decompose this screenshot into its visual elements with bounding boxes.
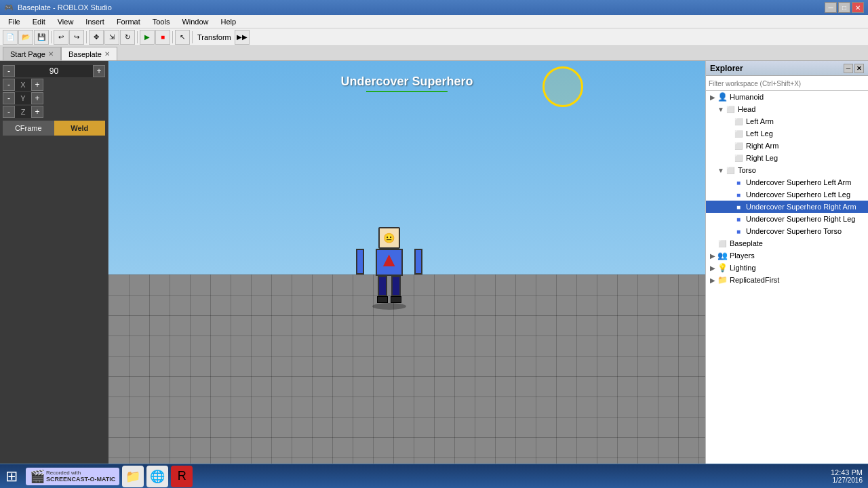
tree-right-arm-icon: ⬜: [733, 140, 744, 151]
menu-file[interactable]: File: [3, 16, 26, 27]
menu-edit[interactable]: Edit: [27, 16, 51, 27]
explorer-search-input[interactable]: [709, 77, 865, 89]
coord-main-plus[interactable]: +: [93, 65, 105, 77]
coord-z-minus[interactable]: -: [3, 106, 15, 118]
tb-scale[interactable]: ⇲: [104, 30, 119, 45]
tree-right-arm[interactable]: ▶ ⬜ Right Arm: [706, 140, 868, 152]
tree-lighting[interactable]: ▶ 💡 Lighting: [706, 262, 868, 274]
window-controls: ─ □ ✕: [825, 2, 864, 13]
menu-view[interactable]: View: [52, 16, 79, 27]
taskbar-date: 1/27/2016: [831, 476, 863, 484]
screencast-brand: SCREENCAST-O-MATIC: [46, 476, 115, 483]
tree-head-label: Head: [738, 105, 755, 113]
char-left-leg: [378, 276, 387, 296]
explorer-minimize-btn[interactable]: ─: [844, 64, 853, 73]
tree-head[interactable]: ▼ ⬜ Head: [706, 103, 868, 115]
viewport-title: Undercover Superhero: [340, 75, 473, 89]
tb-stop[interactable]: ■: [155, 30, 170, 45]
coord-x-minus[interactable]: -: [3, 79, 15, 91]
tree-replicated-first-label: ReplicatedFirst: [730, 276, 779, 284]
app-icon: 🎮: [4, 3, 14, 12]
tree-uc-left-leg-icon: ■: [733, 189, 744, 200]
tree-uc-right-arm-label: Undercover Superhero Right Arm: [746, 203, 856, 211]
taskbar: ⊞ 🎬 Recorded with SCREENCAST-O-MATIC 📁 🌐…: [0, 464, 868, 488]
tree-baseplate-icon: ⬜: [717, 238, 728, 249]
tb-redo[interactable]: ↪: [69, 30, 84, 45]
char-shadow: [372, 303, 406, 310]
explorer-title: Explorer: [710, 64, 743, 73]
tree-replicated-first-toggle: ▶: [709, 277, 717, 284]
taskbar-datetime: 12:43 PM 1/27/2016: [831, 468, 863, 484]
char-head: 😐: [378, 227, 400, 249]
tree-right-leg[interactable]: ▶ ⬜ Right Leg: [706, 152, 868, 164]
viewport[interactable]: Undercover Superhero 😐: [108, 61, 705, 488]
tree-right-leg-label: Right Leg: [746, 154, 778, 162]
char-right-leg-group: [391, 276, 401, 303]
tree-left-arm[interactable]: ▶ ⬜ Left Arm: [706, 115, 868, 127]
explorer-close-btn[interactable]: ✕: [854, 64, 864, 73]
tb-transform-more[interactable]: ▶▶: [235, 30, 250, 45]
tree-uc-right-leg[interactable]: ▶ ■ Undercover Superhero Right Leg: [706, 213, 868, 225]
coord-z-label: Z: [15, 106, 31, 118]
tab-start-page[interactable]: Start Page ✕: [3, 47, 61, 60]
menu-insert[interactable]: Insert: [80, 16, 110, 27]
tb-open[interactable]: 📂: [18, 30, 33, 45]
tree-humanoid-icon: 👤: [717, 92, 728, 102]
tree-head-icon: ⬜: [725, 104, 736, 115]
tree-uc-right-arm[interactable]: ▶ ■ Undercover Superhero Right Arm: [706, 201, 868, 213]
tree-left-arm-label: Left Arm: [746, 117, 774, 125]
tb-undo[interactable]: ↩: [54, 30, 68, 45]
menu-window[interactable]: Window: [176, 16, 214, 27]
tab-baseplate-close[interactable]: ✕: [104, 50, 110, 58]
coord-y-plus[interactable]: +: [31, 92, 43, 104]
menu-tools[interactable]: Tools: [147, 16, 176, 27]
taskbar-icon-roblox[interactable]: R: [171, 466, 193, 487]
tree-humanoid[interactable]: ▶ 👤 Humanoid: [706, 91, 868, 103]
tree-uc-left-leg-label: Undercover Superhero Left Leg: [746, 190, 850, 199]
tree-uc-torso-toggle: ▶: [725, 228, 733, 235]
viewport-title-underline: [366, 91, 448, 92]
tb-select[interactable]: ↖: [175, 30, 190, 45]
cframe-button[interactable]: CFrame: [3, 121, 54, 136]
tree-uc-left-arm-toggle: ▶: [725, 179, 733, 186]
tab-baseplate[interactable]: Baseplate ✕: [61, 47, 117, 60]
tab-start-close[interactable]: ✕: [48, 50, 54, 58]
taskbar-left: ⊞ 🎬 Recorded with SCREENCAST-O-MATIC 📁 🌐…: [5, 466, 193, 487]
toolbar: 📄 📂 💾 ↩ ↪ ✥ ⇲ ↻ ▶ ■ ↖ Transform ▶▶: [0, 28, 868, 46]
menu-format[interactable]: Format: [111, 16, 146, 27]
coord-y-minus[interactable]: -: [3, 92, 15, 104]
tree-uc-left-arm[interactable]: ▶ ■ Undercover Superhero Left Arm: [706, 176, 868, 188]
tb-play[interactable]: ▶: [140, 30, 155, 45]
menu-help[interactable]: Help: [216, 16, 242, 27]
tree-baseplate[interactable]: ▶ ⬜ Baseplate: [706, 237, 868, 249]
taskbar-icon-browser[interactable]: 🌐: [146, 466, 168, 487]
tb-new[interactable]: 📄: [3, 30, 18, 45]
start-button[interactable]: ⊞: [5, 468, 18, 485]
close-button[interactable]: ✕: [852, 2, 864, 13]
coord-z-row: - Z +: [3, 106, 105, 118]
tree-replicated-first[interactable]: ▶ 📁 ReplicatedFirst: [706, 274, 868, 286]
tb-sep1: [51, 31, 52, 43]
coord-z-plus[interactable]: +: [31, 106, 43, 118]
screencast-logo-icon: 🎬: [30, 469, 45, 484]
tree-right-leg-icon: ⬜: [733, 152, 744, 163]
tb-move[interactable]: ✥: [89, 30, 104, 45]
maximize-button[interactable]: □: [838, 2, 850, 13]
taskbar-icon-folder[interactable]: 📁: [122, 466, 144, 487]
tree-uc-left-leg[interactable]: ▶ ■ Undercover Superhero Left Leg: [706, 188, 868, 201]
tree-players[interactable]: ▶ 👥 Players: [706, 249, 868, 262]
weld-button[interactable]: Weld: [54, 121, 106, 136]
menu-bar: File Edit View Insert Format Tools Windo…: [0, 15, 868, 28]
tree-uc-right-arm-icon: ■: [733, 201, 744, 212]
coord-main-minus[interactable]: -: [3, 65, 15, 77]
tree-left-leg-toggle: ▶: [725, 130, 733, 138]
char-logo: [383, 254, 395, 266]
coord-x-plus[interactable]: +: [31, 79, 43, 91]
tree-uc-torso[interactable]: ▶ ■ Undercover Superhero Torso: [706, 225, 868, 237]
tree-left-leg[interactable]: ▶ ⬜ Left Leg: [706, 127, 868, 140]
tree-torso[interactable]: ▼ ⬜ Torso: [706, 164, 868, 176]
tb-save[interactable]: 💾: [34, 30, 49, 45]
minimize-button[interactable]: ─: [825, 2, 837, 13]
tb-rotate[interactable]: ↻: [120, 30, 135, 45]
explorer-search-bar: [706, 76, 868, 91]
